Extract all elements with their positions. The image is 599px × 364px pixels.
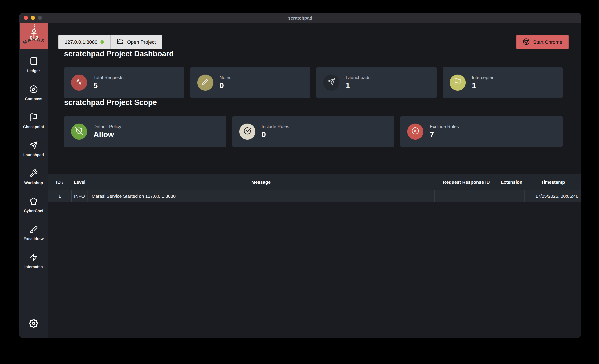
stat-value: 1 bbox=[346, 81, 370, 90]
column-header-request-response-id[interactable]: Request Response ID bbox=[435, 179, 498, 185]
wrench-icon bbox=[29, 169, 38, 179]
dashboard-title: scratchpad Project Dashboard bbox=[64, 49, 563, 58]
sidebar-item-label: Compass bbox=[25, 97, 42, 101]
gear-icon bbox=[29, 323, 38, 329]
log-table: ID↕ Level Message Request Response ID Ex… bbox=[48, 174, 581, 338]
column-header-level[interactable]: Level bbox=[72, 179, 88, 185]
sort-icon: ↕ bbox=[62, 180, 64, 184]
stat-circle bbox=[71, 75, 87, 91]
stat-card-exclude-rules: Exclude Rules 7 bbox=[400, 116, 563, 147]
folder-open-icon bbox=[117, 38, 127, 46]
cell-timestamp: 17/05/2025, 00:06:46 bbox=[525, 190, 581, 202]
sidebar-item-excalidraw[interactable]: Excalidraw bbox=[19, 225, 48, 243]
stat-card-intercepted: Intercepted 1 bbox=[442, 67, 563, 98]
sidebar-item-label: Excalidraw bbox=[24, 237, 44, 241]
cell-id: 1 bbox=[48, 190, 72, 202]
svg-text:MARASI: MARASI bbox=[21, 23, 46, 45]
scope-stats: Default Policy Allow Include Rules 0 bbox=[64, 116, 563, 147]
dashboard-stats: Total Requests 5 Notes 0 bbox=[64, 67, 563, 98]
scope-title: scratchpad Project Scope bbox=[64, 98, 563, 107]
sidebar-item-checkpoint[interactable]: Checkpoint bbox=[19, 113, 48, 131]
stat-card-launchpads: Launchpads 1 bbox=[316, 67, 436, 98]
column-header-extension[interactable]: Extension bbox=[498, 179, 525, 185]
stat-label: Total Requests bbox=[93, 75, 123, 80]
sidebar-item-launchpad[interactable]: Launchpad bbox=[19, 141, 48, 159]
column-label: ID bbox=[56, 179, 61, 185]
log-table-empty-area bbox=[48, 202, 581, 338]
log-table-row[interactable]: 1 INFO Marasi Service Started on 127.0.0… bbox=[48, 190, 581, 202]
stat-label: Exclude Rules bbox=[430, 124, 459, 130]
window-title: scratchpad bbox=[19, 15, 581, 20]
chef-hat-icon bbox=[29, 197, 38, 207]
stat-circle bbox=[71, 124, 87, 140]
stat-value: 1 bbox=[472, 81, 494, 90]
open-project-button[interactable]: Open Project bbox=[111, 35, 162, 49]
shield-off-icon bbox=[75, 127, 83, 136]
sidebar-item-label: Checkpoint bbox=[23, 124, 44, 129]
sidebar-item-label: Workshop bbox=[24, 181, 43, 185]
send-icon bbox=[327, 78, 335, 87]
stat-card-total-requests: Total Requests 5 bbox=[64, 67, 184, 98]
cell-extension bbox=[498, 190, 525, 202]
sidebar-item-cyberchef[interactable]: CyberChef bbox=[19, 197, 48, 215]
anchor-logo-icon: MARASI bbox=[21, 23, 46, 48]
compass-icon bbox=[29, 85, 38, 95]
stat-value: 5 bbox=[93, 81, 123, 90]
x-circle-icon bbox=[412, 127, 419, 136]
pencil-icon bbox=[201, 78, 209, 87]
stat-value: 7 bbox=[430, 130, 459, 139]
sidebar-item-label: Interactsh bbox=[24, 265, 43, 269]
start-chrome-label: Start Chrome bbox=[533, 39, 563, 45]
sidebar-item-workshop[interactable]: Workshop bbox=[19, 169, 48, 187]
sidebar-item-label: Launchpad bbox=[23, 153, 44, 157]
log-table-header: ID↕ Level Message Request Response ID Ex… bbox=[48, 174, 581, 190]
activity-icon bbox=[75, 78, 83, 87]
open-project-label: Open Project bbox=[127, 39, 156, 45]
settings-button[interactable] bbox=[29, 319, 38, 329]
stat-circle bbox=[197, 75, 213, 91]
toolbar: 127.0.0.1:8080 Open Project Start Chrome bbox=[58, 35, 569, 49]
stat-circle bbox=[323, 75, 339, 91]
desktop: scratchpad MARAS bbox=[0, 0, 599, 364]
sidebar-item-label: CyberChef bbox=[24, 209, 43, 213]
proxy-address-button[interactable]: 127.0.0.1:8080 bbox=[58, 35, 110, 49]
stat-card-notes: Notes 0 bbox=[190, 67, 310, 98]
stat-label: Launchpads bbox=[346, 75, 370, 80]
start-chrome-button[interactable]: Start Chrome bbox=[516, 35, 569, 49]
titlebar: scratchpad bbox=[19, 13, 581, 23]
sidebar-item-ledger[interactable]: Ledger bbox=[19, 57, 48, 75]
stat-circle bbox=[449, 75, 466, 91]
sidebar-nav: Ledger Compass Checkpoint Launchpad bbox=[19, 57, 48, 319]
cell-request-response-id bbox=[435, 190, 498, 202]
marasi-logo: MARASI bbox=[20, 23, 48, 49]
proxy-button-group: 127.0.0.1:8080 Open Project bbox=[58, 35, 162, 49]
sidebar-item-compass[interactable]: Compass bbox=[19, 85, 48, 103]
stat-circle bbox=[239, 124, 255, 140]
column-header-id[interactable]: ID↕ bbox=[48, 179, 72, 185]
dashboard-content: scratchpad Project Dashboard Total Reque… bbox=[48, 49, 581, 147]
chrome-icon bbox=[523, 38, 530, 46]
cell-message: Marasi Service Started on 127.0.0.1:8080 bbox=[88, 190, 435, 202]
stat-circle bbox=[407, 124, 423, 140]
logo-text: MARASI bbox=[21, 23, 46, 45]
column-header-message[interactable]: Message bbox=[88, 179, 435, 185]
proxy-status-dot bbox=[101, 40, 104, 44]
zap-icon bbox=[29, 253, 38, 263]
proxy-address-text: 127.0.0.1:8080 bbox=[65, 39, 97, 45]
stat-label: Intercepted bbox=[472, 75, 494, 80]
brush-icon bbox=[29, 225, 38, 235]
stat-value: 0 bbox=[262, 130, 289, 139]
stat-value: Allow bbox=[93, 130, 121, 139]
flag-icon bbox=[29, 113, 38, 123]
sidebar-item-label: Ledger bbox=[27, 69, 40, 73]
cell-level: INFO bbox=[72, 190, 88, 202]
stat-card-include-rules: Include Rules 0 bbox=[232, 116, 394, 147]
sidebar-item-interactsh[interactable]: Interactsh bbox=[19, 253, 48, 271]
flag-icon bbox=[454, 78, 461, 87]
column-header-timestamp[interactable]: Timestamp bbox=[525, 179, 581, 185]
stat-label: Default Policy bbox=[93, 124, 121, 130]
app-window: scratchpad MARAS bbox=[19, 13, 581, 338]
stat-label: Include Rules bbox=[262, 124, 289, 130]
check-circle-icon bbox=[243, 127, 251, 136]
sidebar: MARASI Ledger Compass Check bbox=[19, 23, 48, 338]
